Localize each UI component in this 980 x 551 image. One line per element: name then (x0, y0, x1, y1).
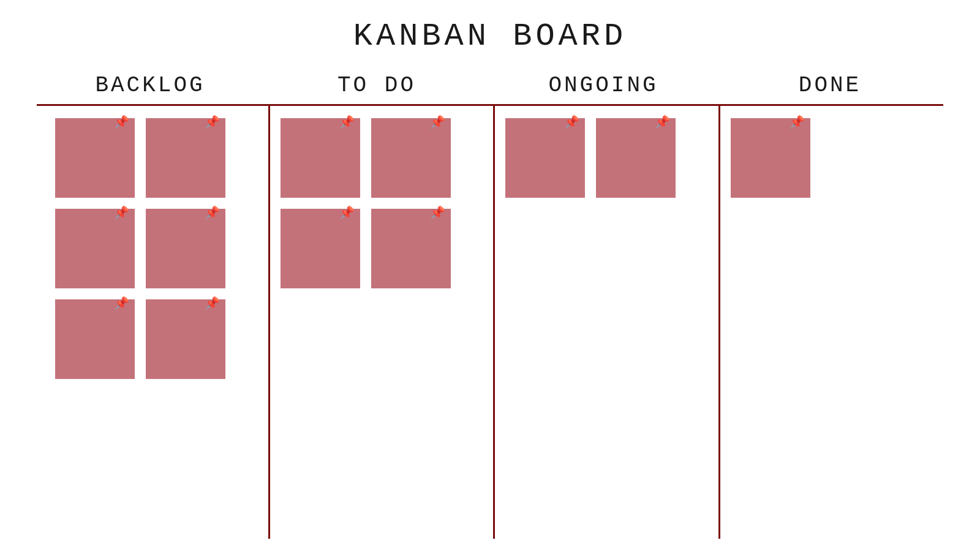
column-header-done: DONE (717, 73, 943, 98)
board-container: KANBAN BOARD BACKLOG TO DO ONGOING DONE … (0, 0, 980, 551)
pin-icon: 📌 (205, 114, 218, 128)
pin-icon: 📌 (655, 114, 668, 128)
column-ongoing: 📌 📌 (493, 106, 718, 539)
note-t1[interactable]: 📌 (281, 118, 360, 198)
pin-icon: 📌 (339, 114, 353, 128)
pin-icon: 📌 (205, 205, 218, 219)
note-o2[interactable]: 📌 (596, 118, 676, 198)
pin-icon: 📌 (430, 114, 443, 128)
pin-icon: 📌 (114, 205, 127, 219)
note-b3[interactable]: 📌 (55, 209, 135, 288)
note-d1[interactable]: 📌 (731, 118, 810, 198)
note-b1[interactable]: 📌 (55, 118, 135, 198)
pin-icon: 📌 (564, 114, 578, 128)
pin-icon: 📌 (790, 114, 803, 128)
column-headers: BACKLOG TO DO ONGOING DONE (37, 73, 943, 106)
note-t2[interactable]: 📌 (371, 118, 451, 198)
column-header-ongoing: ONGOING (490, 73, 717, 98)
note-b2[interactable]: 📌 (146, 118, 225, 198)
note-t3[interactable]: 📌 (281, 209, 360, 288)
note-o1[interactable]: 📌 (505, 118, 585, 198)
column-backlog: 📌 📌 📌 📌 📌 📌 (37, 106, 268, 539)
board-columns-wrapper: BACKLOG TO DO ONGOING DONE 📌 📌 📌 📌 (37, 73, 943, 539)
pin-icon: 📌 (114, 114, 127, 128)
column-todo: 📌 📌 📌 📌 (268, 106, 494, 539)
note-t4[interactable]: 📌 (371, 209, 451, 288)
columns-body: 📌 📌 📌 📌 📌 📌 (37, 106, 943, 539)
column-header-backlog: BACKLOG (37, 73, 263, 98)
column-done: 📌 (718, 106, 944, 539)
pin-icon: 📌 (430, 205, 443, 219)
board-title: KANBAN BOARD (353, 18, 627, 54)
note-b4[interactable]: 📌 (146, 209, 225, 288)
note-b5[interactable]: 📌 (55, 299, 135, 379)
note-b6[interactable]: 📌 (146, 299, 225, 379)
pin-icon: 📌 (339, 205, 353, 219)
pin-icon: 📌 (205, 296, 218, 309)
column-header-todo: TO DO (263, 73, 490, 98)
pin-icon: 📌 (114, 296, 127, 309)
